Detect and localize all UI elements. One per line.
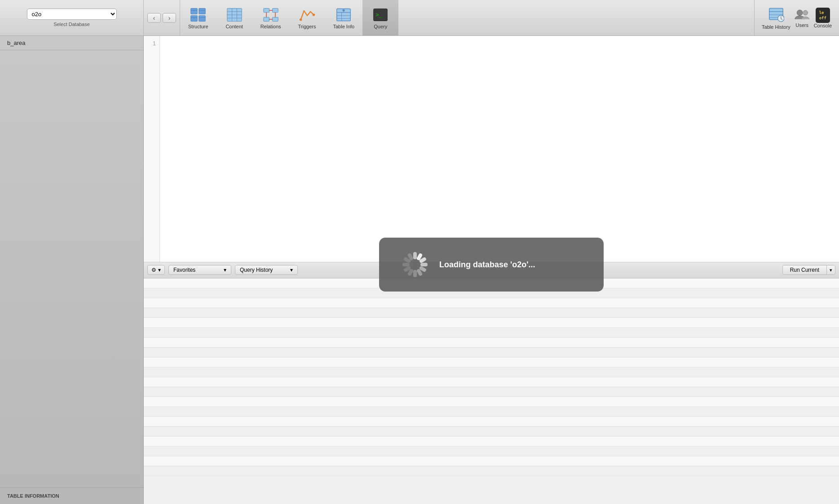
toolbar: o2o Select Database ‹ › St [0, 0, 839, 36]
svg-rect-0 [191, 8, 197, 14]
sidebar-footer-label: TABLE INFORMATION [0, 487, 143, 504]
results-row [144, 367, 839, 377]
results-row [144, 417, 839, 427]
query-history-dropdown[interactable]: Query History ▾ [235, 265, 298, 275]
toolbar-item-content[interactable]: Content [216, 0, 252, 35]
query-label: Query [374, 24, 387, 29]
query-history-label: Query History [240, 267, 273, 273]
results-row [144, 407, 839, 417]
content-label: Content [225, 24, 243, 29]
query-icon: >_ [371, 7, 389, 23]
run-current-arrow[interactable]: ▾ [827, 266, 835, 274]
nav-back-button[interactable]: ‹ [147, 13, 161, 23]
results-row [144, 348, 839, 358]
results-row [144, 328, 839, 338]
content-icon [225, 7, 243, 23]
toolbar-item-table-info[interactable]: Table Info [325, 0, 363, 35]
svg-rect-3 [199, 15, 205, 21]
gear-button[interactable]: ⚙ ▾ [147, 265, 165, 275]
relations-icon [262, 7, 280, 23]
loading-overlay: Loading database 'o2o'... [379, 238, 604, 292]
line-numbers: 1 [144, 36, 160, 262]
results-row [144, 437, 839, 447]
results-row [144, 387, 839, 397]
svg-rect-47 [402, 263, 410, 266]
console-icon: le off [816, 8, 830, 23]
relations-label: Relations [261, 24, 281, 29]
svg-text:>_: >_ [375, 11, 383, 18]
favorites-arrow: ▾ [224, 267, 226, 273]
svg-rect-1 [199, 8, 205, 14]
svg-rect-15 [272, 8, 278, 12]
svg-rect-2 [191, 15, 197, 21]
results-row [144, 308, 839, 318]
toolbar-item-table-history[interactable]: Table History [762, 6, 790, 30]
favorites-dropdown[interactable]: Favorites ▾ [168, 265, 231, 275]
table-info-icon [335, 7, 353, 23]
results-row [144, 466, 839, 476]
select-database-label: Select Database [53, 22, 90, 27]
triggers-icon [298, 7, 316, 23]
favorites-label: Favorites [173, 267, 195, 273]
toolbar-item-console[interactable]: le off Console [814, 8, 832, 28]
svg-rect-17 [272, 17, 278, 21]
toolbar-item-triggers[interactable]: Triggers [289, 0, 325, 35]
query-editor: 1 [144, 36, 839, 262]
query-input[interactable] [160, 36, 839, 262]
toolbar-item-structure[interactable]: Structure [180, 0, 216, 35]
results-row [144, 358, 839, 367]
results-row [144, 377, 839, 387]
table-history-label: Table History [762, 24, 790, 30]
select-database-area: o2o Select Database [0, 0, 144, 35]
run-current-label: Run Current [783, 265, 827, 274]
svg-point-29 [343, 9, 345, 11]
toolbar-right: Table History Users le off C [754, 0, 839, 35]
results-row [144, 338, 839, 348]
svg-rect-44 [413, 270, 417, 277]
toolbar-items: Structure Content [180, 0, 754, 35]
loading-spinner [402, 251, 428, 278]
content-area: 1 ⚙ ▾ Favorites ▾ Query History ▾ Run Cu… [144, 36, 839, 504]
users-label: Users [795, 22, 808, 28]
svg-point-38 [797, 10, 803, 16]
svg-point-23 [299, 18, 301, 21]
gear-dropdown-arrow: ▾ [158, 267, 161, 273]
results-row [144, 298, 839, 308]
triggers-label: Triggers [298, 24, 316, 29]
structure-label: Structure [188, 24, 208, 29]
results-row [144, 447, 839, 456]
svg-point-39 [803, 10, 808, 15]
table-info-label: Table Info [333, 24, 355, 29]
toolbar-item-users[interactable]: Users [794, 8, 810, 28]
nav-forward-button[interactable]: › [163, 13, 176, 23]
toolbar-item-query[interactable]: >_ Query [362, 0, 398, 35]
console-label: Console [814, 23, 832, 28]
svg-point-22 [312, 13, 314, 16]
results-area [144, 279, 839, 504]
results-row [144, 397, 839, 407]
svg-rect-50 [413, 252, 417, 259]
line-number-1: 1 [153, 40, 156, 48]
structure-icon [189, 7, 207, 23]
toolbar-item-relations[interactable]: Relations [252, 0, 289, 35]
gear-icon: ⚙ [151, 267, 156, 273]
spinner-svg [402, 251, 428, 278]
main-area: b_area TABLE INFORMATION 1 ⚙ ▾ Favorites… [0, 36, 839, 504]
svg-rect-41 [420, 263, 428, 266]
svg-rect-16 [263, 17, 269, 21]
database-select[interactable]: o2o [27, 9, 117, 20]
loading-text: Loading database 'o2o'... [439, 260, 535, 270]
results-row [144, 456, 839, 466]
sidebar: b_area TABLE INFORMATION [0, 36, 144, 504]
sidebar-table-item[interactable]: b_area [0, 36, 143, 50]
results-row [144, 318, 839, 328]
svg-rect-14 [263, 8, 269, 12]
table-history-icon [768, 6, 784, 24]
results-row [144, 427, 839, 437]
query-history-arrow: ▾ [290, 267, 293, 273]
users-icon [794, 8, 810, 22]
run-current-button[interactable]: Run Current ▾ [782, 265, 835, 275]
